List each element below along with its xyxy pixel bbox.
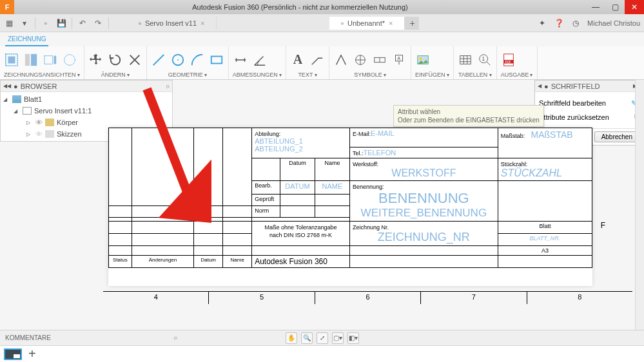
abteilung2-value[interactable]: ABTEILUNG_2 <box>255 145 303 153</box>
tree-item-bodies[interactable]: ▷ 👁 Körper <box>1 117 172 128</box>
titleblock[interactable]: Abteilung: ABTEILUNG_1 ABTEILUNG_2 E-Mai… <box>108 128 592 268</box>
sf-reset-label: Attribute zurücksetzen <box>539 113 609 121</box>
circle-icon[interactable] <box>170 52 186 68</box>
angle-dim-icon[interactable] <box>252 52 268 68</box>
clock-icon[interactable]: ◷ <box>571 18 581 28</box>
schriftfeld-reset-row[interactable]: Attribute zurücksetzen ↻ <box>539 110 639 124</box>
ribbon-tab-zeichnung[interactable]: ZEICHNUNG <box>5 33 48 46</box>
leader-icon[interactable] <box>309 52 325 68</box>
svg-text:PDF: PDF <box>505 60 511 63</box>
werkstoff-label: Werkstoff: <box>353 161 378 167</box>
ribbon-group-label[interactable]: EINFÜGEN <box>415 71 449 78</box>
weitere-value[interactable]: WEITERE_BENENNUNG <box>361 207 487 219</box>
ribbon-group-label[interactable]: AUSGABE <box>501 71 533 78</box>
ribbon-group-label[interactable]: ZEICHNUNGSANSICHTEN <box>4 71 80 78</box>
grid-icon[interactable]: ▦ <box>4 18 14 28</box>
tab-close-icon[interactable]: × <box>389 19 393 27</box>
save-icon[interactable]: 💾 <box>56 18 66 28</box>
surface-icon[interactable] <box>333 52 349 68</box>
pdf-icon[interactable]: PDF <box>501 52 516 68</box>
notifications-icon[interactable]: ❓ <box>554 18 564 28</box>
comments-title: KOMMENTARE <box>5 334 51 341</box>
tree-item-servo[interactable]: ◢ Servo Insert v11:1 <box>1 105 172 117</box>
scrollbar-vertical[interactable] <box>635 80 644 330</box>
rect-icon[interactable] <box>209 52 224 68</box>
bearb-name[interactable]: NAME <box>315 181 349 195</box>
bullet-icon: ● <box>544 82 549 90</box>
tree-root[interactable]: ◢ Blatt1 <box>1 93 172 105</box>
tab-close-icon[interactable]: × <box>200 19 204 27</box>
pan-icon[interactable]: ✋ <box>286 332 297 344</box>
new-icon[interactable]: ▫ <box>41 18 51 28</box>
document-tab-servo[interactable]: ▫ Servo Insert v11 × <box>127 17 217 30</box>
display-icon[interactable]: ◧▾ <box>347 332 359 344</box>
email-value[interactable]: E-MAIL <box>371 129 395 137</box>
tree-toggle-icon[interactable]: ▷ <box>26 120 33 126</box>
username-label[interactable]: Michael Christou <box>587 19 640 27</box>
ribbon-group-label[interactable]: GEOMETRIE <box>151 71 224 78</box>
detail-view-icon[interactable] <box>62 52 77 68</box>
dimension-icon[interactable] <box>233 52 248 68</box>
ribbon-group-label[interactable]: SYMBOLE <box>333 71 407 78</box>
benennung-value[interactable]: BENENNUNG <box>378 190 469 206</box>
undo-icon[interactable]: ↶ <box>77 18 88 28</box>
file-icon[interactable]: ▾ <box>19 18 30 28</box>
add-sheet-button[interactable]: + <box>28 347 36 361</box>
collapse-icon[interactable]: ◀◀ <box>3 83 11 89</box>
balloon-icon[interactable]: 1 <box>477 52 493 68</box>
ruler-tick: 5 <box>209 292 315 304</box>
move-icon[interactable] <box>88 52 104 68</box>
bearb-datum[interactable]: DATUM <box>280 181 315 195</box>
minimize-button[interactable]: — <box>586 0 605 14</box>
massstab-value[interactable]: MAßSTAB <box>531 129 573 140</box>
datum-target-icon[interactable] <box>353 52 368 68</box>
svg-rect-4 <box>44 55 53 64</box>
comments-pin-icon[interactable]: ○ <box>173 334 177 341</box>
arc-icon[interactable] <box>190 52 205 68</box>
tree-toggle-icon[interactable]: ◢ <box>14 108 20 114</box>
ribbon-group-label[interactable]: TEXT <box>290 71 325 78</box>
zoom-window-icon[interactable]: ⤢ <box>317 332 328 344</box>
projected-view-icon[interactable] <box>23 52 39 68</box>
new-tab-button[interactable]: + <box>405 17 419 30</box>
drawing-sheet[interactable]: Abteilung: ABTEILUNG_1 ABTEILUNG_2 E-Mai… <box>108 128 592 286</box>
werkstoff-value[interactable]: WERKSTOFF <box>391 167 456 178</box>
tel-value[interactable]: TELEFON <box>363 149 396 157</box>
ribbon-group-label[interactable]: ABMESSUNGEN <box>233 71 282 78</box>
redo-icon[interactable]: ↷ <box>93 18 103 28</box>
abteilung1-value[interactable]: ABTEILUNG_1 <box>255 137 303 145</box>
extensions-icon[interactable]: ✦ <box>537 18 547 28</box>
navigation-tools: ✋ 🔍 ⤢ ▢▾ ◧▾ <box>286 332 359 344</box>
document-tab-unbenannt[interactable]: ▫ Unbenannt* × <box>329 17 405 30</box>
stueckzahl-value[interactable]: STÜCKZAHL <box>501 167 562 178</box>
stueckzahl-label: Stückzahl: <box>501 161 528 167</box>
ribbon-group-label[interactable]: TABELLEN <box>458 71 493 78</box>
line-icon[interactable] <box>151 52 166 68</box>
visibility-icon[interactable]: 👁 <box>35 130 43 138</box>
table-icon[interactable] <box>458 52 473 68</box>
pin-icon[interactable]: ○ <box>166 83 170 90</box>
text-icon[interactable]: A <box>290 52 306 68</box>
rotate-icon[interactable] <box>108 52 123 68</box>
sheet-thumbnail[interactable] <box>4 348 22 360</box>
svg-rect-16 <box>460 55 471 64</box>
image-icon[interactable] <box>415 52 431 68</box>
tree-toggle-icon[interactable]: ▷ <box>26 131 33 137</box>
base-view-icon[interactable] <box>4 52 19 68</box>
fit-icon[interactable]: ▢▾ <box>332 332 344 344</box>
datum-icon[interactable]: A <box>391 52 407 68</box>
close-button[interactable]: ✕ <box>625 0 644 14</box>
maximize-button[interactable]: ▢ <box>605 0 625 14</box>
feature-frame-icon[interactable] <box>372 52 387 68</box>
ribbon-group-label[interactable]: ÄNDERN <box>88 71 142 78</box>
zoom-icon[interactable]: 🔍 <box>301 332 313 344</box>
tree-toggle-icon[interactable]: ◢ <box>3 97 10 102</box>
delete-icon[interactable] <box>127 52 142 68</box>
zeichnungnr-value[interactable]: ZEICHNUNG_NR <box>378 231 470 243</box>
blatt-value[interactable]: BLATT_NR. <box>498 234 592 246</box>
collapse-icon[interactable]: ◀ <box>538 83 542 89</box>
visibility-icon[interactable]: 👁 <box>35 119 43 126</box>
cancel-button[interactable]: Abbrechen <box>594 131 639 142</box>
section-view-icon[interactable] <box>43 52 58 68</box>
schriftfeld-edit-row[interactable]: Schriftfeld bearbeiten ✎▫ <box>539 96 639 110</box>
